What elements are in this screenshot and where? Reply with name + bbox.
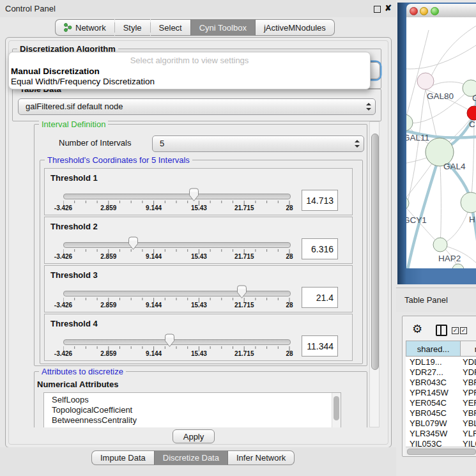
tab-jactivemnodules[interactable]: jActiveMNodules bbox=[256, 19, 335, 36]
cell-name: YDL1 bbox=[463, 357, 476, 367]
tick-label: -3.426 bbox=[47, 350, 79, 357]
slider-thumb[interactable] bbox=[188, 188, 199, 202]
float-window-icon[interactable] bbox=[374, 6, 381, 13]
cell-shared-name: YER054C bbox=[410, 398, 447, 408]
svg-text:GAL4: GAL4 bbox=[443, 162, 466, 171]
list-scrollbar[interactable] bbox=[332, 393, 341, 427]
tab-impute-data[interactable]: Impute Data bbox=[91, 450, 154, 465]
table-row[interactable]: YDR27...YDR2 bbox=[406, 367, 476, 378]
slider-track[interactable] bbox=[63, 291, 291, 296]
slider-thumb[interactable] bbox=[128, 236, 139, 250]
table-hscrollbar[interactable] bbox=[406, 447, 476, 455]
checkbox-icon[interactable]: ✓ bbox=[452, 327, 459, 334]
tick-label: 2.859 bbox=[93, 204, 125, 211]
table-row[interactable]: YDL19...YDL1 bbox=[406, 357, 476, 367]
numerical-attributes-list[interactable]: SelfLoopsTopologicalCoefficientBetweenne… bbox=[43, 392, 341, 427]
network-view[interactable]: GAL80GACGAL11GAL4GCY1HHAP2 bbox=[406, 17, 476, 268]
cell-shared-name: YIL053C bbox=[410, 439, 442, 447]
slider-track[interactable] bbox=[63, 339, 291, 345]
tab-cyni-toolbox[interactable]: Cyni Toolbox bbox=[190, 19, 256, 36]
svg-text:C: C bbox=[469, 119, 475, 129]
gear-icon[interactable]: ⚙ bbox=[412, 322, 422, 336]
cyni-panel: Discretization Algorithm Select algorith… bbox=[5, 37, 392, 448]
tick-label: 21.715 bbox=[228, 253, 260, 260]
top-tab-bar: NetworkStyleSelectCyni ToolboxjActiveMNo… bbox=[55, 19, 335, 36]
tab-label: Network bbox=[75, 23, 106, 33]
threshold-row: Threshold 3-3.4262.8599.14415.4321.71528… bbox=[44, 265, 353, 312]
svg-text:GCY1: GCY1 bbox=[406, 215, 427, 225]
minimize-traffic-light-icon[interactable] bbox=[420, 7, 428, 15]
threshold-value-field[interactable]: 11.344 bbox=[302, 335, 338, 357]
dropdown-option-manual[interactable]: Manual Discretization bbox=[11, 66, 100, 76]
column-header-name[interactable]: na bbox=[460, 341, 476, 357]
table-row[interactable]: YLR345WYLR3 bbox=[406, 429, 476, 439]
threshold-label: Threshold 3 bbox=[50, 270, 98, 280]
tab-infer-network[interactable]: Infer Network bbox=[228, 450, 295, 465]
tab-network[interactable]: Network bbox=[55, 19, 114, 36]
table-data-select[interactable]: galFiltered.sif default node bbox=[18, 98, 376, 115]
group-title: Attributes to discretize bbox=[39, 367, 126, 376]
zoom-traffic-light-icon[interactable] bbox=[431, 7, 439, 15]
table-row[interactable]: YBL079WYBL0 bbox=[406, 418, 476, 429]
tick-label: 21.715 bbox=[228, 350, 260, 357]
tick-label: 9.144 bbox=[138, 302, 170, 309]
table-rows[interactable]: YDL19...YDL1YDR27...YDR2YBR043CYBR0YPR14… bbox=[406, 357, 476, 447]
threshold-value-field[interactable]: 6.316 bbox=[302, 238, 338, 259]
interval-definition-group: Interval Definition Number of Intervals … bbox=[34, 124, 367, 366]
checkbox-icon[interactable]: ✓ bbox=[460, 327, 467, 334]
tick-label: 21.715 bbox=[228, 204, 260, 211]
tab-style[interactable]: Style bbox=[115, 19, 150, 36]
node-table: shared... na YDL19...YDL1YDR27...YDR2YBR… bbox=[406, 341, 476, 447]
num-intervals-select[interactable]: 5 bbox=[152, 135, 364, 152]
tab-select[interactable]: Select bbox=[151, 19, 190, 36]
table-row[interactable]: YPR145WYPR1 bbox=[406, 388, 476, 398]
cell-name: YPR1 bbox=[463, 388, 476, 397]
cell-shared-name: YBR045C bbox=[410, 408, 447, 418]
table-row[interactable]: YER054CYER0 bbox=[406, 398, 476, 408]
column-header-shared-name[interactable]: shared... bbox=[406, 341, 461, 357]
cell-shared-name: YLR345W bbox=[410, 429, 447, 438]
cell-shared-name: YPR145W bbox=[410, 388, 449, 397]
threshold-label: Threshold 1 bbox=[50, 173, 98, 183]
columns-icon[interactable] bbox=[436, 325, 447, 336]
close-icon[interactable]: ✘ bbox=[385, 3, 392, 13]
panel-scrollbar-thumb[interactable] bbox=[371, 134, 379, 370]
svg-text:GA: GA bbox=[472, 93, 476, 103]
svg-text:GAL11: GAL11 bbox=[406, 133, 429, 142]
tick-label: 28 bbox=[273, 302, 305, 309]
tab-label: Style bbox=[123, 23, 142, 33]
attribute-item[interactable]: BetweennessCentrality bbox=[52, 415, 137, 426]
dropdown-option-equal-width[interactable]: Equal Width/Frequency Discretization bbox=[11, 77, 155, 86]
threshold-value-field[interactable]: 14.713 bbox=[302, 190, 338, 211]
algorithm-dropdown: Select algorithm to view settings Manual… bbox=[8, 52, 371, 89]
table-panel-header: Table Panel bbox=[396, 288, 476, 312]
table-panel: ⚙ ✓ ✓ shared... na YDL19...YDL1YDR27...Y… bbox=[402, 316, 476, 457]
slider-thumb[interactable] bbox=[164, 334, 175, 348]
table-row[interactable]: YBR043CYBR0 bbox=[406, 378, 476, 388]
cell-shared-name: YBL079W bbox=[410, 418, 447, 428]
tick-label: 2.859 bbox=[93, 302, 125, 309]
tab-discretize-data[interactable]: Discretize Data bbox=[154, 450, 228, 465]
slider-track[interactable] bbox=[63, 194, 291, 199]
network-titlebar[interactable] bbox=[406, 4, 476, 18]
close-traffic-light-icon[interactable] bbox=[410, 7, 418, 15]
network-window: GAL80GACGAL11GAL4GCY1HHAP2 bbox=[397, 3, 476, 284]
table-row[interactable]: YBR045CYBR0 bbox=[406, 408, 476, 418]
slider-thumb[interactable] bbox=[236, 285, 247, 299]
cell-name: YLR3 bbox=[463, 429, 476, 438]
tick-label: 9.144 bbox=[138, 253, 170, 260]
attribute-item[interactable]: TopologicalCoefficient bbox=[52, 405, 132, 415]
slider-track[interactable] bbox=[63, 242, 291, 248]
svg-text:HAP2: HAP2 bbox=[438, 254, 461, 263]
cell-name: YBR0 bbox=[463, 408, 476, 418]
table-row[interactable]: YIL053CYIL0 bbox=[406, 439, 476, 447]
table-data-value: galFiltered.sif default node bbox=[26, 102, 123, 111]
apply-button[interactable]: Apply bbox=[173, 429, 215, 443]
attribute-item[interactable]: SelfLoops bbox=[52, 395, 89, 405]
panel-scrollbar[interactable] bbox=[369, 121, 380, 427]
threshold-value-field[interactable]: 21.4 bbox=[302, 287, 338, 308]
network-graph[interactable]: GAL80GACGAL11GAL4GCY1HHAP2 bbox=[406, 17, 476, 268]
tab-label: Cyni Toolbox bbox=[199, 23, 247, 33]
cell-shared-name: YBR043C bbox=[410, 378, 447, 387]
tick-label: -3.426 bbox=[47, 253, 79, 260]
